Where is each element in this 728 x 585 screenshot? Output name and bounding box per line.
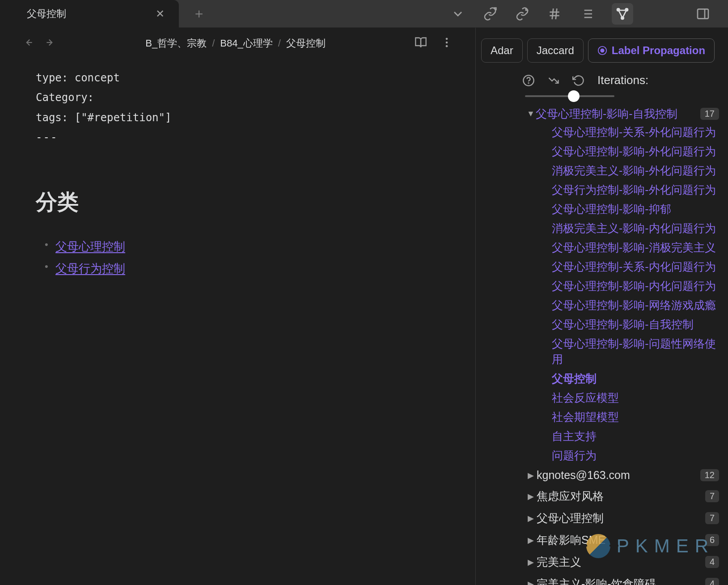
tree-count: 4 [705,556,719,568]
svg-point-20 [446,38,448,40]
close-icon[interactable]: ✕ [156,8,165,20]
nav-back-icon[interactable] [22,37,34,50]
graph-icon[interactable] [612,3,633,25]
side-panel: Adar Jaccard Label Propagation Iteration… [476,28,728,585]
link-list: 父母心理控制 父母行为控制 [36,239,440,276]
chevron-right-icon[interactable]: ▶ [528,471,537,480]
frontmatter-end: --- [36,127,440,147]
tree-count: 12 [700,469,719,481]
tree-count: 7 [705,490,719,502]
titlebar: 父母控制 ✕ ＋ [0,0,728,28]
tree-child[interactable]: 父母心理控制-影响-自我控制 [552,315,719,334]
slider-thumb[interactable] [568,90,580,102]
chevron-down-icon[interactable] [451,7,465,21]
tree-child[interactable]: 父母心理控制-影响-抑郁 [552,199,719,219]
tree-label[interactable]: 完美主义 [537,555,705,569]
tree-label[interactable]: 父母心理控制 [537,511,705,526]
tab-label: Label Propagation [612,44,705,57]
trend-down-icon[interactable] [547,74,560,87]
breadcrumb-part[interactable]: 父母控制 [286,37,326,50]
breadcrumb-sep: / [278,38,281,49]
internal-link[interactable]: 父母行为控制 [55,262,125,275]
result-tree: ▼ 父母心理控制-影响-自我控制 17 父母心理控制-关系-外化问题行为父母心理… [476,102,728,585]
iteration-controls: Iterations: [476,67,728,87]
chevron-right-icon[interactable]: ▶ [528,513,537,523]
frontmatter: type: concept Category: tags: ["#repetit… [36,68,440,148]
breadcrumb-part[interactable]: B_哲学、宗教 [145,37,207,50]
breadcrumb[interactable]: B_哲学、宗教 / B84_心理学 / 父母控制 [65,37,406,50]
tree-node-expanded[interactable]: ▼ 父母心理控制-影响-自我控制 17 [485,105,719,123]
tree-child[interactable]: 消极完美主义-影响-内化问题行为 [552,219,719,238]
tree-label[interactable]: 完美主义-影响-饮食障碍 [537,577,705,585]
tree-child[interactable]: 父母行为控制-影响-外化问题行为 [552,180,719,199]
chevron-right-icon[interactable]: ▶ [528,492,537,501]
more-icon[interactable] [440,36,453,51]
svg-line-3 [556,8,557,19]
refresh-icon[interactable] [572,74,585,87]
tree-child[interactable]: 父母控制 [552,369,719,388]
iterations-slider[interactable] [525,95,614,97]
tree-child[interactable]: 自主支持 [552,427,719,446]
tree-label[interactable]: 年龄影响SME [537,533,705,547]
tree-count: 17 [700,108,719,120]
tree-label[interactable]: 焦虑应对风格 [537,489,705,504]
tree-node-collapsed[interactable]: ▶完美主义-影响-饮食障碍4 [485,573,719,585]
tree-child[interactable]: 父母心理控制-影响-网络游戏成瘾 [552,296,719,315]
tree-count: 7 [705,512,719,524]
tree-node-collapsed[interactable]: ▶kgnotes@163.com12 [485,465,719,485]
tab-active[interactable]: 父母控制 ✕ [0,0,179,28]
tree-child[interactable]: 社会期望模型 [552,407,719,427]
reading-view-icon[interactable] [415,36,427,51]
tab-jaccard[interactable]: Jaccard [527,38,584,63]
sidebar-toggle-icon[interactable] [696,7,710,21]
editor-pane: B_哲学、宗教 / B84_心理学 / 父母控制 type: concept C… [0,28,476,585]
tree-child[interactable]: 消极完美主义-影响-外化问题行为 [552,161,719,180]
chevron-right-icon[interactable]: ▶ [528,579,537,585]
tree-child[interactable]: 问题行为 [552,446,719,465]
link-out-icon[interactable] [483,7,497,21]
tab-label-propagation[interactable]: Label Propagation [588,38,715,63]
heading-category: 分类 [36,188,440,216]
editor-content[interactable]: type: concept Category: tags: ["#repetit… [0,59,475,585]
tree-node-collapsed[interactable]: ▶年龄影响SME6 [485,529,719,551]
tree-node-collapsed[interactable]: ▶焦虑应对风格7 [485,485,719,507]
tree-label[interactable]: 父母心理控制-影响-自我控制 [536,106,700,121]
tree-child[interactable]: 社会反应模型 [552,388,719,407]
hash-icon[interactable] [547,7,562,21]
tree-count: 4 [705,578,719,585]
iterations-label: Iterations: [597,73,648,87]
algorithm-tabs: Adar Jaccard Label Propagation [476,28,728,67]
svg-line-15 [623,11,626,17]
breadcrumb-part[interactable]: B84_心理学 [220,37,272,50]
breadcrumb-sep: / [212,38,215,49]
svg-line-2 [552,8,554,19]
tab-adar[interactable]: Adar [481,38,523,63]
tree-node-collapsed[interactable]: ▶父母心理控制7 [485,507,719,529]
tree-node-collapsed[interactable]: ▶完美主义4 [485,551,719,573]
svg-line-14 [619,11,622,17]
svg-point-22 [446,45,448,47]
tree-child[interactable]: 父母心理控制-关系-外化问题行为 [552,123,719,142]
svg-point-21 [446,42,448,44]
internal-link[interactable]: 父母心理控制 [55,240,125,253]
help-icon[interactable] [522,74,535,87]
link-in-icon[interactable] [515,7,529,21]
tree-child[interactable]: 父母心理控制-影响-内化问题行为 [552,276,719,296]
chevron-right-icon[interactable]: ▶ [528,535,537,545]
outline-icon[interactable] [580,7,594,21]
tree-children: 父母心理控制-关系-外化问题行为父母心理控制-影响-外化问题行为消极完美主义-影… [485,123,719,465]
chevron-down-icon[interactable]: ▼ [527,109,536,119]
tree-child[interactable]: 父母心理控制-影响-问题性网络使用 [552,334,719,369]
svg-point-26 [528,83,529,83]
tree-child[interactable]: 父母心理控制-关系-内化问题行为 [552,257,719,276]
tree-label[interactable]: kgnotes@163.com [537,469,700,482]
frontmatter-line: type: concept [36,68,440,88]
chevron-right-icon[interactable]: ▶ [528,557,537,567]
nav-forward-icon[interactable] [45,37,56,50]
new-tab-button[interactable]: ＋ [192,4,206,23]
svg-point-24 [601,49,604,52]
tree-child[interactable]: 父母心理控制-影响-消极完美主义 [552,238,719,257]
svg-rect-16 [698,9,708,18]
titlebar-actions [451,3,728,25]
tree-child[interactable]: 父母心理控制-影响-外化问题行为 [552,142,719,161]
